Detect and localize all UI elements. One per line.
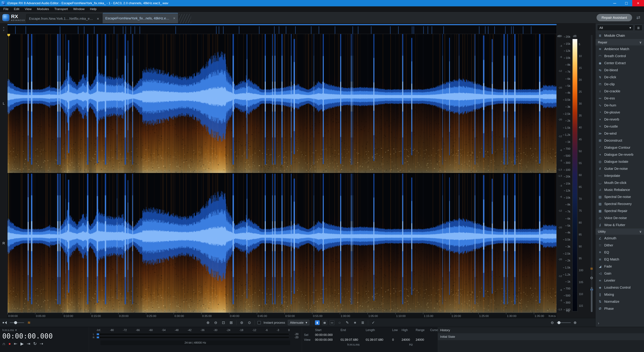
view-high-value[interactable]: 24000: [402, 338, 416, 342]
spectrogram-channel-left[interactable]: [8, 34, 556, 173]
module-item-leveler[interactable]: ≍Leveler: [596, 277, 644, 284]
time-format-dropdown-icon[interactable]: ▾: [15, 328, 17, 332]
module-chain-item[interactable]: ≣ Module Chain: [596, 32, 644, 39]
module-item-de-ess[interactable]: ∾De-ess: [596, 95, 644, 102]
zoom-fit-icon[interactable]: ⊠: [228, 321, 234, 325]
module-item-de-reverb[interactable]: ◗De-reverb: [596, 116, 644, 123]
menu-transport[interactable]: Transport: [52, 7, 70, 11]
module-item-dialogue-isolate[interactable]: ◎Dialogue Isolate: [596, 158, 644, 165]
tab-close-icon[interactable]: ×: [97, 16, 99, 21]
go-to-end-button[interactable]: ⇥: [27, 341, 30, 346]
module-item-wow-flutter[interactable]: ∮Wow & Flutter: [596, 221, 644, 229]
module-item-mouth-de-click[interactable]: ◡Mouth De-click: [596, 179, 644, 186]
view-range-value[interactable]: 24000: [416, 338, 430, 342]
module-item-phase[interactable]: ØPhase: [596, 305, 644, 312]
menu-edit[interactable]: Edit: [11, 7, 22, 11]
zoom-selection-icon[interactable]: ⊡: [221, 321, 226, 325]
module-item-guitar-de-noise[interactable]: ♯Guitar De-noise: [596, 165, 644, 172]
go-to-start-button[interactable]: ⇤: [14, 341, 18, 346]
repair-assistant-button[interactable]: Repair Assistant: [596, 14, 632, 21]
module-item-dialogue-contour[interactable]: ◜Dialogue Contour: [596, 144, 644, 151]
lasso-tool-icon[interactable]: ◌: [337, 321, 342, 325]
module-item-spectral-recovery[interactable]: ▨Spectral Recovery: [596, 200, 644, 207]
record-button[interactable]: ●: [8, 341, 11, 346]
tab-escape-from-new-york-1-n[interactable]: Escape.from.New.York.1....Netflix.mka_en…: [26, 14, 102, 23]
vertical-scroll-thumb[interactable]: [591, 287, 592, 312]
overview-collapse-down-icon[interactable]: ∨: [3, 29, 5, 31]
module-item-de-plosive[interactable]: ◔De-plosive: [596, 109, 644, 116]
menu-modules[interactable]: Modules: [34, 7, 52, 11]
overview-collapse-up-icon[interactable]: ∧: [3, 26, 5, 29]
spectrogram-channel-right[interactable]: [8, 174, 556, 313]
module-item-spectral-de-noise[interactable]: ▤Spectral De-noise: [596, 193, 644, 200]
module-item-de-click[interactable]: ↯De-click: [596, 74, 644, 81]
module-item-de-rustle[interactable]: ≈De-rustle: [596, 123, 644, 130]
module-item-center-extract[interactable]: ◉Center Extract: [596, 59, 644, 66]
module-item-deconstruct[interactable]: ⊞Deconstruct: [596, 137, 644, 144]
horizontal-zoom-knob[interactable]: [558, 321, 560, 324]
time-frequency-selection-tool[interactable]: ▦: [322, 320, 327, 325]
module-item-de-crackle[interactable]: ≀De-crackle: [596, 88, 644, 95]
view-start-value[interactable]: 00:00:00.000: [315, 338, 340, 342]
module-item-dialogue-de-reverb[interactable]: ◖Dialogue De-reverb: [596, 151, 644, 158]
play-button[interactable]: ▶: [20, 341, 24, 346]
menu-window[interactable]: Window: [70, 7, 88, 11]
panel-expand-icon[interactable]: ›: [596, 320, 644, 327]
magic-wand-tool-icon[interactable]: ∗: [352, 321, 358, 325]
view-length-value[interactable]: 01:39:07.680: [366, 338, 392, 342]
section-utility[interactable]: Utility∨: [596, 229, 644, 235]
module-item-eq-match[interactable]: ≌EQ Match: [596, 256, 644, 263]
module-item-voice-de-noise[interactable]: ◇Voice De-noise: [596, 214, 644, 221]
history-item[interactable]: Initial State: [438, 334, 644, 340]
module-item-de-bleed[interactable]: ⇆De-bleed: [596, 66, 644, 74]
minimize-button[interactable]: ─: [609, 0, 620, 6]
process-mode-dropdown[interactable]: Attenuate ▾: [288, 320, 310, 325]
menu-help[interactable]: Help: [87, 7, 99, 11]
process-selection-icon[interactable]: ✓: [371, 321, 376, 325]
horizontal-zoom-in-icon[interactable]: ⊕: [572, 321, 578, 325]
view-end-value[interactable]: 01:39:07.680: [340, 338, 366, 342]
tab-close-icon[interactable]: ×: [173, 16, 176, 21]
module-item-breath-control[interactable]: ◠Breath Control: [596, 52, 644, 59]
instant-process-checkbox[interactable]: [258, 321, 261, 324]
module-item-de-wind[interactable]: ≫De-wind: [596, 130, 644, 137]
menu-file[interactable]: File: [1, 7, 11, 11]
vertical-zoom-out-icon[interactable]: ⊖: [590, 276, 593, 280]
horizontal-zoom-out-icon[interactable]: ⊖: [550, 321, 555, 325]
monitor-volume-icon[interactable]: [3, 321, 8, 325]
module-item-eq[interactable]: ≡EQ: [596, 249, 644, 256]
frequency-selection-tool[interactable]: ▭: [330, 320, 334, 325]
sel-start-value[interactable]: 00:00:00.000: [315, 333, 340, 337]
module-item-mixing[interactable]: ∥Mixing: [596, 291, 644, 298]
loop-button[interactable]: ↻: [33, 341, 37, 346]
volume-slider[interactable]: [10, 322, 24, 323]
horizontal-zoom-slider[interactable]: [556, 322, 571, 323]
menu-view[interactable]: View: [22, 7, 34, 11]
view-low-value[interactable]: 0: [392, 338, 401, 342]
module-item-fade[interactable]: ◢Fade: [596, 263, 644, 270]
section-repair[interactable]: Repair∨: [596, 39, 644, 45]
zoom-out-time-icon[interactable]: ⊖: [213, 321, 218, 325]
module-item-ambience-match[interactable]: ≋Ambience Match: [596, 45, 644, 52]
module-item-normalize[interactable]: ⇅Normalize: [596, 298, 644, 305]
spectrogram-blend-icon[interactable]: ≋: [590, 267, 593, 271]
module-item-loudness-control[interactable]: ◈Loudness Control: [596, 284, 644, 291]
magnify-tool-icon[interactable]: ⊚: [239, 321, 244, 325]
monitor-headphones-icon[interactable]: ∩: [2, 341, 5, 346]
module-item-azimuth[interactable]: ∠Azimuth: [596, 235, 644, 242]
module-list-view-button[interactable]: ≣: [634, 25, 642, 31]
module-filter-dropdown[interactable]: All ▾: [597, 25, 633, 31]
tab-escapefromnewyork-fix-ne[interactable]: EscapeFromNewYork_fix...nels, 48kHz.eac3…: [102, 13, 178, 23]
maximize-button[interactable]: □: [620, 0, 632, 6]
zoom-in-time-icon[interactable]: ⊕: [206, 321, 210, 325]
time-selection-tool[interactable]: ▮: [315, 320, 320, 325]
spectrogram-view[interactable]: [8, 34, 556, 313]
brush-tool-icon[interactable]: ✎: [345, 321, 350, 325]
compare-arrows-icon[interactable]: ⇄: [636, 15, 640, 20]
module-item-interpolate[interactable]: ⋯Interpolate: [596, 172, 644, 179]
module-item-gain[interactable]: ◁Gain: [596, 270, 644, 277]
module-item-dither[interactable]: ∷Dither: [596, 242, 644, 249]
follow-playhead-button[interactable]: ⇢: [40, 341, 43, 346]
module-item-de-clip[interactable]: ⊓De-clip: [596, 81, 644, 88]
volume-slider-knob[interactable]: [14, 321, 17, 324]
